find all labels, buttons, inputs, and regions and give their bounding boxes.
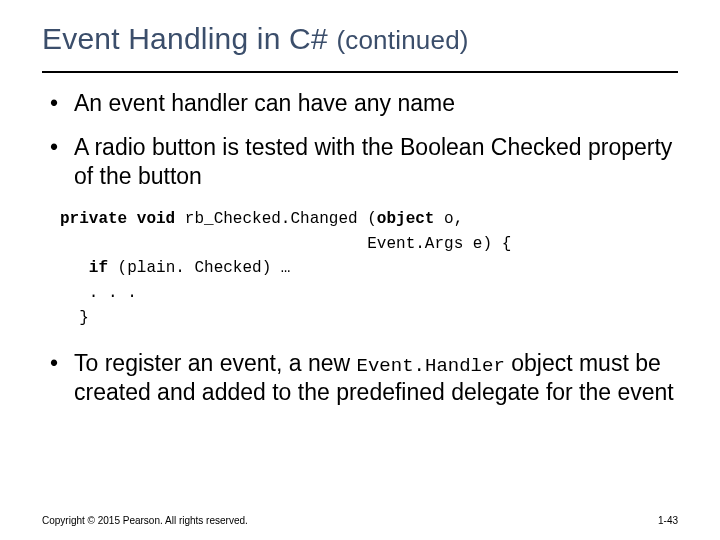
body-list: An event handler can have any name A rad… [0, 73, 720, 191]
code-kw-private-void: private void [60, 210, 175, 228]
code-l1-end: o, [434, 210, 463, 228]
bullet-3: To register an event, a new Event.Handle… [46, 349, 674, 408]
title-continued: (continued) [336, 25, 468, 55]
title-main: Event Handling in C# [42, 22, 336, 55]
code-l5: } [60, 309, 89, 327]
slide: Event Handling in C# (continued) An even… [0, 0, 720, 540]
code-kw-object: object [377, 210, 435, 228]
code-l4: . . . [60, 284, 137, 302]
slide-title: Event Handling in C# (continued) [42, 22, 678, 57]
title-wrap: Event Handling in C# (continued) [0, 0, 720, 63]
footer: Copyright © 2015 Pearson. All rights res… [42, 515, 678, 526]
code-l3-rest: (plain. Checked) … [108, 259, 290, 277]
code-l1-mid: rb_Checked.Changed ( [175, 210, 377, 228]
body-list-2: To register an event, a new Event.Handle… [0, 349, 720, 408]
bullet-2: A radio button is tested with the Boolea… [46, 133, 674, 191]
copyright-text: Copyright © 2015 Pearson. All rights res… [42, 515, 248, 526]
code-kw-if: if [60, 259, 108, 277]
bullet-1: An event handler can have any name [46, 89, 674, 118]
bullet-3-code: Event.Handler [357, 355, 505, 377]
code-block: private void rb_Checked.Changed (object … [60, 207, 720, 331]
code-l2: Event.Args e) { [60, 235, 511, 253]
page-number: 1-43 [658, 515, 678, 526]
bullet-3-pre: To register an event, a new [74, 350, 357, 376]
